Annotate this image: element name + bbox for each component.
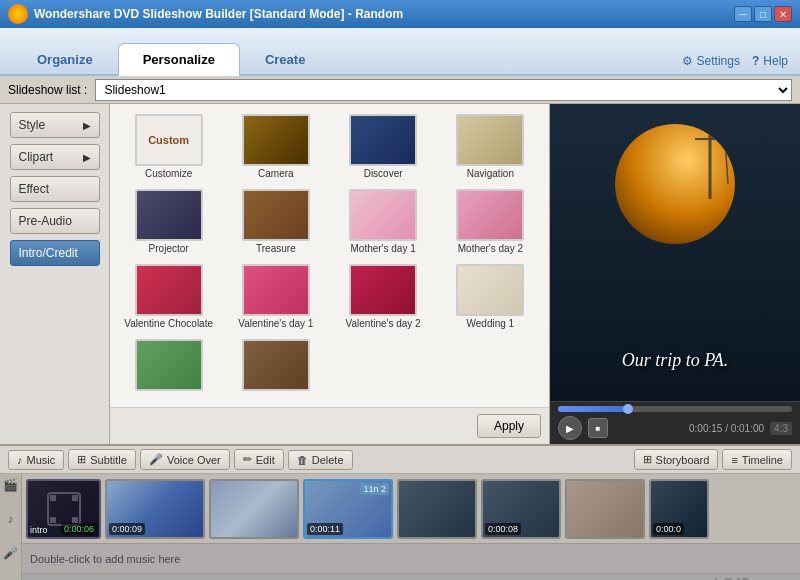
template-item-valentine[interactable]: Valentine Chocolate [118,262,219,331]
crane-svg [690,124,730,204]
right-panel: Our trip to PA. ▶ ■ 0:00:15 / 0:01:00 4:… [550,104,800,444]
minimize-button[interactable]: ─ [734,6,752,22]
apply-button[interactable]: Apply [477,414,541,438]
tab-organize[interactable]: Organize [12,43,118,76]
clip-num-3: 11n 2 [360,483,389,495]
effect-button[interactable]: Effect [10,176,100,202]
template-label: Customize [145,168,192,179]
timeline-clip-6[interactable] [565,479,645,539]
maximize-button[interactable]: □ [754,6,772,22]
stop-button[interactable]: ■ [588,418,608,438]
help-button[interactable]: Help [752,54,788,68]
svg-rect-5 [50,495,56,501]
template-item-green[interactable] [118,337,219,395]
clip-time-7: 0:00:0 [653,523,684,535]
left-panel: Style ▶ Clipart ▶ Effect Pre-Audio Intro… [0,104,110,444]
mic-tl-icon: 🎤 [3,546,18,560]
settings-button[interactable]: Settings [682,54,740,68]
timeline-strip: intro 0:00:06 0:00:09 11n 2 0:00:11 [22,474,800,580]
edit-icon: ✏ [243,453,252,466]
template-thumb-navigation [456,114,524,166]
play-button[interactable]: ▶ [558,416,582,440]
preview-screen: Our trip to PA. [550,104,800,401]
window-controls: ─ □ ✕ [734,6,792,22]
template-item-valentineday2[interactable]: Valentine's day 2 [333,262,434,331]
watermark: LO4D.com [714,575,784,580]
template-item-brown[interactable] [225,337,326,395]
clip-time-5: 0:00:08 [485,523,521,535]
clip-time-3: 0:00:11 [307,523,343,535]
timeline-clip-3[interactable]: 11n 2 0:00:11 [303,479,393,539]
template-thumb-valentine [135,264,203,316]
template-thumb-wedding [456,264,524,316]
music-button[interactable]: ♪ Music [8,450,64,470]
timeline-content: 🎬 ♪ 🎤 intro [0,474,800,580]
preaudio-button[interactable]: Pre-Audio [10,208,100,234]
edit-button[interactable]: ✏ Edit [234,449,284,470]
timeline-area: ♪ Music ⊞ Subtitle 🎤 Voice Over ✏ Edit 🗑… [0,444,800,580]
voiceover-button[interactable]: 🎤 Voice Over [140,449,230,470]
controls-row: ▶ ■ 0:00:15 / 0:01:00 4:3 [558,416,792,440]
template-item-mothers1[interactable]: Mother's day 1 [333,187,434,256]
delete-button[interactable]: 🗑 Delete [288,450,353,470]
film-strip-icon [46,491,82,527]
svg-line-2 [710,129,725,139]
ratio-badge: 4:3 [770,422,792,435]
timeline-clip-5[interactable]: 0:00:08 [481,479,561,539]
top-navigation: Organize Personalize Create Settings Hel… [0,28,800,76]
template-grid-container: Custom Customize Camera Discover Navigat… [110,104,549,407]
template-item-camera[interactable]: Camera [225,112,326,181]
template-item-treasure[interactable]: Treasure [225,187,326,256]
introcredit-button[interactable]: Intro/Credit [10,240,100,266]
top-nav-right: Settings Help [682,54,788,74]
storyboard-icon: ⊞ [643,453,652,466]
subtitle-button[interactable]: ⊞ Subtitle [68,449,136,470]
style-button[interactable]: Style ▶ [10,112,100,138]
template-item-custom[interactable]: Custom Customize [118,112,219,181]
template-thumb-valentineday2 [349,264,417,316]
music-track-row[interactable]: Double-click to add music here [22,544,800,574]
template-label: Valentine's day 1 [238,318,313,329]
timeline-clip-2[interactable] [209,479,299,539]
clipart-button[interactable]: Clipart ▶ [10,144,100,170]
player-controls: ▶ ■ 0:00:15 / 0:01:00 4:3 [550,401,800,444]
help-icon [752,54,759,68]
progress-bar[interactable] [558,406,792,412]
app-logo [8,4,28,24]
music-icon: ♪ [17,454,23,466]
template-item-discover[interactable]: Discover [333,112,434,181]
timeline-clip-1[interactable]: 0:00:09 [105,479,205,539]
svg-rect-6 [72,495,78,501]
template-label: Mother's day 2 [458,243,523,254]
template-label: Navigation [467,168,514,179]
gear-icon [682,54,693,68]
video-clips-row: intro 0:00:06 0:00:09 11n 2 0:00:11 [22,474,800,544]
tab-create[interactable]: Create [240,43,330,76]
preview-circle [615,124,735,244]
timeline-clip-intro[interactable]: intro 0:00:06 [26,479,101,539]
timeline-view-button[interactable]: ≡ Timeline [722,449,792,470]
template-item-mothers2[interactable]: Mother's day 2 [440,187,541,256]
slideshow-list-row: Slideshow list : Slideshow1 [0,76,800,104]
tab-personalize[interactable]: Personalize [118,43,240,76]
template-label: Discover [364,168,403,179]
timeline-icon: ≡ [731,454,737,466]
storyboard-button[interactable]: ⊞ Storyboard [634,449,719,470]
template-grid: Custom Customize Camera Discover Navigat… [118,112,541,395]
template-thumb-custom: Custom [135,114,203,166]
template-thumb-discover [349,114,417,166]
timeline-clip-7[interactable]: 0:00:0 [649,479,709,539]
template-item-valentineday1[interactable]: Valentine's day 1 [225,262,326,331]
template-item-wedding[interactable]: Wedding 1 [440,262,541,331]
template-item-navigation[interactable]: Navigation [440,112,541,181]
timeline-clip-4[interactable] [397,479,477,539]
preview-content: Our trip to PA. [550,104,800,401]
slideshow-list-label: Slideshow list : [8,83,87,97]
film-icon: 🎬 [3,478,18,492]
close-button[interactable]: ✕ [774,6,792,22]
slideshow-select[interactable]: Slideshow1 [95,79,792,101]
progress-dot [623,404,633,414]
voice-track-row[interactable]: Double-click to record LO4D.com [22,574,800,580]
template-item-projector[interactable]: Projector [118,187,219,256]
template-thumb-mothers1 [349,189,417,241]
